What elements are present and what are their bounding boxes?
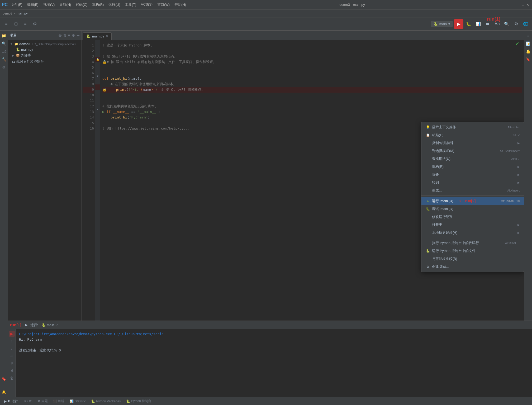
menu-vcs[interactable]: VCS(S): [139, 1, 155, 8]
search-toolbar-icon[interactable]: 🔍: [502, 20, 511, 28]
menu-file[interactable]: 文件(F): [9, 1, 25, 8]
run-filter-btn[interactable]: 🖨: [9, 368, 15, 374]
plugins-icon[interactable]: 🌐: [521, 20, 530, 28]
code-editor[interactable]: ✓ 1 2 3 4 5 6 7 8 9 10 11 12: [82, 40, 524, 321]
branch-selector[interactable]: 🐍 main ▾: [431, 21, 453, 27]
sidebar-tools-icon[interactable]: ⚙: [1, 64, 7, 70]
ctx-show-context[interactable]: 💡 显示上下文操作 Alt+Enter: [421, 123, 524, 131]
menu-window[interactable]: 窗口(W): [155, 1, 172, 8]
ctx-goto[interactable]: 转到 ▶: [421, 179, 524, 187]
code-line-8: # 在下面的代码行中使用断点来调试脚本。: [102, 82, 522, 87]
bottom-tab-python-console[interactable]: 🐍 Python 控制台: [124, 398, 154, 404]
close-button[interactable]: ✕: [526, 3, 530, 7]
ctx-run-main[interactable]: ▶ 运行 'main'(U) ➔ run[2] Ctrl+Shift+F10: [421, 197, 524, 205]
run-softcopy-btn[interactable]: ⎘: [9, 360, 15, 366]
ctx-debug-main[interactable]: 🐛 调试 'main'(D): [421, 205, 524, 213]
run-panel-tab-main[interactable]: 🐍 main ✕: [42, 323, 59, 327]
terminal-tab-label: 终端: [58, 399, 64, 403]
context-menu: 💡 显示上下文操作 Alt+Enter 📋 粘贴(P) Ctrl+V: [421, 122, 524, 272]
run1-panel-label: run[1]: [10, 323, 21, 327]
ctx-create-gist[interactable]: ⚙ 创建 Gist...: [421, 263, 524, 271]
ctx-open-in[interactable]: 打开于 ▶: [421, 221, 524, 229]
tree-item-root[interactable]: ▼ 📁 demo3 E:\_GithubProjects\scripts\dem…: [8, 41, 82, 47]
ctx-generate[interactable]: 生成... Alt+Insert: [421, 187, 524, 194]
run-trash-btn[interactable]: 🗑: [9, 375, 15, 381]
sidebar-search-icon[interactable]: 🔍: [1, 41, 7, 46]
run-scroll-up-btn[interactable]: ↑: [9, 338, 15, 344]
toolbar-close-panel-icon[interactable]: ─: [40, 20, 49, 28]
fold-icon[interactable]: ▼: [96, 75, 99, 78]
bottom-tab-terminal[interactable]: ⬛ 终端: [51, 398, 66, 404]
menu-help[interactable]: 帮助(H): [172, 1, 188, 8]
bottom-tab-statistic[interactable]: 📊 Statistic: [68, 398, 88, 404]
tab-main-close[interactable]: ✕: [56, 323, 59, 327]
tree-item-mainpy[interactable]: 🐍 main.py: [8, 47, 82, 52]
sidebar-notifications-icon[interactable]: 🔔: [1, 389, 7, 395]
maximize-button[interactable]: □: [521, 3, 525, 7]
right-icon-structure[interactable]: ≡: [525, 33, 531, 39]
run-button[interactable]: ▶: [454, 19, 463, 29]
file-tree-add-icon[interactable]: ⊕: [58, 33, 62, 38]
right-icon-bookmarks[interactable]: 🔖: [525, 56, 531, 62]
sidebar-folder-icon[interactable]: 📁: [1, 33, 7, 39]
ctx-refactor[interactable]: 重构(R) ▶: [421, 163, 524, 171]
editor-tab-mainpy[interactable]: 🐍 main.py ✕: [83, 32, 112, 40]
sidebar-bookmarks-icon[interactable]: 🔖: [1, 376, 7, 382]
ctx-shortcut-find: Alt+F7: [511, 157, 520, 160]
file-tree-settings-icon[interactable]: ⚙: [72, 33, 75, 37]
bottom-tab-run[interactable]: ▶ ▶ 运行: [2, 398, 20, 404]
ctx-paste[interactable]: 📋 粘贴(P) Ctrl+V: [421, 131, 524, 139]
file-tree-sync-icon[interactable]: ⇅: [63, 33, 66, 37]
menu-run[interactable]: 运行(U): [106, 1, 122, 8]
menu-edit[interactable]: 编辑(E): [25, 1, 41, 8]
ctx-run-console[interactable]: 🐍 运行 Python 控制台中的文件: [421, 247, 524, 255]
run-scroll-down-btn[interactable]: ↓: [9, 346, 15, 351]
ctx-exec-console[interactable]: 执行 Python 控制台中的代码行 Alt+Shift+E: [421, 239, 524, 247]
bottom-tab-issues[interactable]: ❶ 问题: [36, 398, 50, 404]
menu-refactor[interactable]: 重构(R): [90, 1, 106, 8]
sidebar-vcs-icon[interactable]: ⎇: [1, 49, 7, 54]
breadcrumb-project[interactable]: demo3: [3, 12, 12, 15]
file-tree-collapse-icon[interactable]: ≡: [68, 33, 70, 37]
ctx-arrow-refactor: ▶: [517, 165, 520, 169]
settings-toolbar-icon[interactable]: ⚙: [512, 20, 520, 28]
right-icon-todo[interactable]: 📝: [525, 41, 531, 46]
ctx-paste-special[interactable]: 复制/粘贴特殊 ▶: [421, 139, 524, 147]
tab-close-button[interactable]: ✕: [106, 35, 108, 38]
fold-icon-2[interactable]: ▼: [96, 108, 99, 111]
menu-code[interactable]: 代码(C): [74, 1, 89, 8]
run-start-btn[interactable]: ▶: [9, 331, 15, 337]
tree-item-temp[interactable]: 🗂 临时文件和控制台: [8, 59, 82, 65]
window-controls[interactable]: ─ □ ✕: [516, 3, 530, 7]
ctx-fold[interactable]: 折叠 ▶: [421, 171, 524, 179]
breadcrumb-file[interactable]: main.py: [17, 12, 28, 15]
toolbar-project-icon[interactable]: ≡: [2, 20, 11, 28]
menu-bar[interactable]: 文件(F) 编辑(E) 视图(V) 导航(N) 代码(C) 重构(R) 运行(U…: [9, 1, 188, 8]
run2-arrow-icon: ➔: [458, 198, 461, 203]
ctx-local-history[interactable]: 本地历史记录(H) ▶: [421, 229, 524, 237]
file-tree-body: ▼ 📁 demo3 E:\_GithubProjects\scripts\dem…: [8, 40, 82, 321]
minimize-button[interactable]: ─: [516, 3, 520, 7]
debug-button[interactable]: 🐛: [464, 20, 473, 28]
toolbar-settings-icon[interactable]: ⚙: [31, 20, 39, 28]
menu-tools[interactable]: 工具(T): [123, 1, 138, 8]
ctx-arrow-goto: ▶: [517, 181, 520, 184]
toolbar-collapse-icon[interactable]: ≡: [21, 20, 30, 28]
bottom-tab-python-packages[interactable]: 🐍 Python Packages: [89, 398, 123, 404]
sidebar-build-icon[interactable]: 🔨: [1, 56, 7, 62]
toolbar-layout-icon[interactable]: ⊞: [12, 20, 20, 28]
right-icon-notifications[interactable]: 🔔: [525, 49, 531, 54]
ctx-compare-clipboard[interactable]: 与剪贴板比较(B): [421, 255, 524, 263]
ctx-find-usages[interactable]: 查找用法(U) Alt+F7: [421, 155, 524, 163]
menu-navigate[interactable]: 导航(N): [57, 1, 73, 8]
bottom-tab-todo[interactable]: TODO: [21, 398, 34, 404]
code-line-7: def print_hi ( name ):: [102, 76, 522, 82]
ctx-modify-run[interactable]: 修改运行配置...: [421, 213, 524, 221]
ctx-column-mode[interactable]: 列选择模式(M) Alt+Shift+Insert: [421, 147, 524, 155]
fstring-brace-open: {: [141, 87, 143, 93]
profile-button[interactable]: 📊: [474, 20, 482, 28]
run-wrap-btn[interactable]: ↩: [9, 353, 15, 359]
menu-view[interactable]: 视图(V): [41, 1, 57, 8]
file-tree-close-icon[interactable]: ─: [77, 33, 79, 37]
tree-item-external[interactable]: ▶ 📦 外部库: [8, 52, 82, 59]
